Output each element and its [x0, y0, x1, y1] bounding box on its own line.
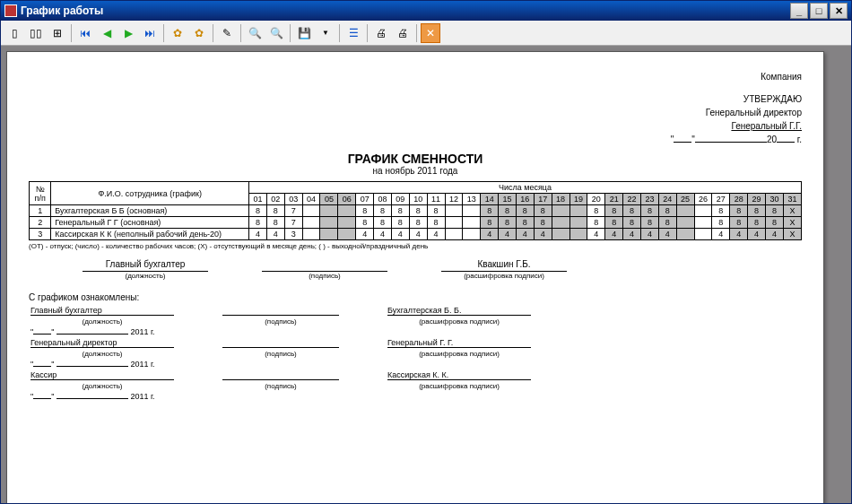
sig-name-cap: (расшифровка подписи) [464, 272, 544, 280]
page-two-icon[interactable]: ▯▯ [26, 23, 46, 43]
day-header: 18 [552, 194, 569, 205]
day-header: 24 [658, 194, 676, 205]
approve-position: Генеральный директор [29, 106, 802, 119]
ack-pos-cap: (должность) [30, 350, 174, 358]
cell: 8 [409, 217, 427, 229]
app-icon [4, 4, 17, 17]
prev-page-icon[interactable]: ◀ [97, 23, 117, 43]
settings-icon[interactable]: ✿ [168, 23, 187, 43]
cell: 8 [266, 205, 284, 217]
cell: 8 [391, 205, 409, 217]
cell: 4 [712, 229, 730, 240]
cell: 4 [623, 229, 641, 240]
cell [552, 229, 569, 240]
zoom-in-icon[interactable]: 🔍 [245, 23, 265, 43]
day-header: 01 [249, 194, 267, 205]
cell: 8 [587, 205, 605, 217]
day-header: 04 [302, 194, 320, 205]
cell: 4 [409, 229, 427, 240]
col-fio-header: Ф.И.О. сотрудника (график) [51, 182, 249, 205]
cell: 4 [266, 229, 284, 240]
day-header: 02 [266, 194, 284, 205]
list-icon[interactable]: ☰ [343, 23, 363, 43]
close-doc-icon[interactable]: ✕ [421, 23, 440, 43]
print-icon[interactable]: 🖨 [371, 23, 391, 43]
cell: 8 [765, 205, 783, 217]
cell: 4 [356, 229, 374, 240]
cell [463, 217, 481, 229]
cell: 8 [374, 205, 392, 217]
cell [445, 217, 463, 229]
cell [676, 217, 694, 229]
sig-position: Главный бухгалтер [83, 259, 208, 272]
ack-name: Генеральный Г. Г. [387, 338, 531, 348]
print-setup-icon[interactable]: 🖨 [393, 23, 413, 43]
cell: 8 [249, 217, 267, 229]
cell: 8 [605, 217, 623, 229]
cell [676, 205, 694, 217]
first-page-icon[interactable]: ⏮ [75, 23, 95, 43]
close-button[interactable]: ✕ [830, 3, 848, 19]
doc-title: ГРАФИК СМЕННОСТИ [29, 152, 802, 166]
approve-date-line: ""20 г. [29, 133, 802, 146]
company-name: Компания [29, 70, 802, 83]
cell: 8 [481, 217, 499, 229]
cell: Х [783, 217, 801, 229]
cell: 4 [587, 229, 605, 240]
ack-title: С графиком ознакомлены: [29, 292, 802, 302]
cell: 8 [658, 205, 676, 217]
cell [552, 205, 569, 217]
signature-row: Главный бухгалтер (должность) (подпись) … [83, 259, 802, 280]
cell [320, 217, 338, 229]
day-header: 05 [320, 194, 338, 205]
ack-table: Главный бухгалтерБухгалтерская Б. Б.(дол… [29, 304, 802, 403]
settings2-icon[interactable]: ✿ [189, 23, 209, 43]
cell: 8 [623, 217, 641, 229]
maximize-button[interactable]: □ [810, 3, 828, 19]
cell: 7 [284, 205, 302, 217]
minimize-button[interactable]: _ [790, 3, 808, 19]
cell [463, 205, 481, 217]
ack-sign-cap: (подпись) [222, 382, 339, 390]
cell [694, 217, 712, 229]
day-header: 09 [391, 194, 409, 205]
cell: 8 [427, 217, 445, 229]
ack-date: "" 2011 г. [30, 392, 174, 401]
cell: 8 [534, 217, 552, 229]
cell: 4 [730, 229, 748, 240]
table-row: 2Генеральный Г Г (основная)8878888888888… [30, 217, 802, 229]
cell: 4 [499, 229, 517, 240]
ack-sign-cap: (подпись) [222, 317, 339, 326]
cell: 8 [623, 205, 641, 217]
document-page: Компания УТВЕРЖДАЮ Генеральный директор … [6, 51, 824, 503]
cell [569, 205, 587, 217]
day-header: 17 [534, 194, 552, 205]
cell: 8 [712, 217, 730, 229]
day-header: 07 [356, 194, 374, 205]
cell [552, 217, 569, 229]
approve-name: Генеральный Г.Г. [29, 119, 802, 133]
cell [320, 205, 338, 217]
save-icon[interactable]: 💾 [294, 23, 314, 43]
header-block: Компания УТВЕРЖДАЮ Генеральный директор … [29, 70, 802, 146]
cell: 4 [427, 229, 445, 240]
row-num: 3 [30, 229, 51, 240]
cell [320, 229, 338, 240]
day-header: 19 [569, 194, 587, 205]
cell: 8 [516, 205, 534, 217]
next-page-icon[interactable]: ▶ [118, 23, 138, 43]
cell: 8 [658, 217, 676, 229]
page-grid-icon[interactable]: ⊞ [48, 23, 67, 43]
day-header: 13 [463, 194, 481, 205]
day-header: 23 [640, 194, 658, 205]
ack-name-cap: (расшифровка подписи) [387, 317, 531, 326]
row-num: 1 [30, 205, 51, 217]
zoom-out-icon[interactable]: 🔍 [266, 23, 286, 43]
cell: 8 [499, 217, 517, 229]
page-one-icon[interactable]: ▯ [4, 23, 24, 43]
window-title: График работы [21, 4, 103, 17]
save-dropdown-icon[interactable]: ▼ [316, 23, 335, 43]
cell: 8 [765, 217, 783, 229]
last-page-icon[interactable]: ⏭ [140, 23, 160, 43]
edit-icon[interactable]: ✎ [217, 23, 237, 43]
